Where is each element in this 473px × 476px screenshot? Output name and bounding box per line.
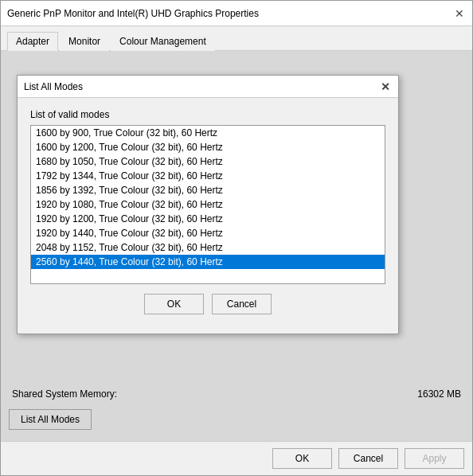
- tab-adapter[interactable]: Adapter: [7, 32, 58, 51]
- list-item[interactable]: 2048 by 1152, True Colour (32 bit), 60 H…: [31, 240, 385, 255]
- list-item[interactable]: 1680 by 1050, True Colour (32 bit), 60 H…: [31, 154, 385, 169]
- modal-body: List of valid modes 1600 by 900, True Co…: [18, 98, 398, 334]
- tab-colour-management[interactable]: Colour Management: [111, 32, 215, 51]
- outer-window: Generic PnP Monitor and Intel(R) UHD Gra…: [0, 0, 473, 476]
- outer-buttons-row: OK Cancel Apply: [1, 441, 472, 475]
- list-all-modes-dialog: List All Modes ✕ List of valid modes 160…: [17, 75, 399, 334]
- tab-monitor[interactable]: Monitor: [60, 32, 109, 51]
- outer-close-button[interactable]: ✕: [453, 7, 466, 20]
- modal-title-bar: List All Modes ✕: [18, 76, 398, 98]
- modal-title: List All Modes: [24, 81, 83, 92]
- list-item[interactable]: 1792 by 1344, True Colour (32 bit), 60 H…: [31, 169, 385, 183]
- modal-ok-button[interactable]: OK: [144, 294, 204, 314]
- modal-cancel-button[interactable]: Cancel: [212, 294, 272, 314]
- list-item[interactable]: 1600 by 1200, True Colour (32 bit), 60 H…: [31, 140, 385, 154]
- list-item[interactable]: 1920 by 1440, True Colour (32 bit), 60 H…: [31, 226, 385, 240]
- tabs-bar: Adapter Monitor Colour Management: [1, 26, 472, 51]
- modal-overlay: List All Modes ✕ List of valid modes 160…: [1, 51, 472, 441]
- list-label: List of valid modes: [30, 109, 385, 120]
- modal-buttons-row: OK Cancel: [30, 284, 385, 322]
- main-content: List All Modes ✕ List of valid modes 160…: [1, 51, 472, 441]
- outer-apply-button[interactable]: Apply: [405, 448, 464, 469]
- outer-window-title: Generic PnP Monitor and Intel(R) UHD Gra…: [7, 8, 259, 19]
- outer-title-bar: Generic PnP Monitor and Intel(R) UHD Gra…: [1, 1, 472, 26]
- list-item[interactable]: 1920 by 1080, True Colour (32 bit), 60 H…: [31, 197, 385, 212]
- outer-ok-button[interactable]: OK: [272, 448, 332, 469]
- outer-cancel-button[interactable]: Cancel: [338, 448, 398, 469]
- list-item[interactable]: 2560 by 1440, True Colour (32 bit), 60 H…: [31, 255, 385, 269]
- modal-close-button[interactable]: ✕: [379, 80, 392, 93]
- list-item[interactable]: 1920 by 1200, True Colour (32 bit), 60 H…: [31, 212, 385, 226]
- list-item[interactable]: 1856 by 1392, True Colour (32 bit), 60 H…: [31, 183, 385, 197]
- list-item[interactable]: 1600 by 900, True Colour (32 bit), 60 He…: [31, 126, 385, 140]
- modes-listbox[interactable]: 1600 by 900, True Colour (32 bit), 60 He…: [30, 125, 385, 284]
